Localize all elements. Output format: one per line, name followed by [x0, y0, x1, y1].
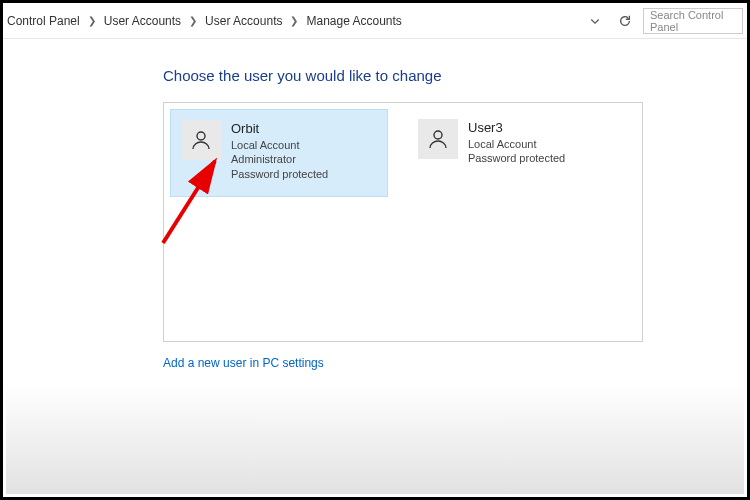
- account-type: Local Account: [231, 138, 328, 153]
- content-area: Choose the user you would like to change…: [3, 39, 747, 370]
- search-placeholder: Search Control Panel: [650, 9, 736, 33]
- account-role: Administrator: [231, 152, 328, 167]
- breadcrumb-item[interactable]: Manage Accounts: [306, 14, 401, 28]
- account-details: User3 Local Account Password protected: [468, 119, 565, 183]
- accounts-row: Orbit Local Account Administrator Passwo…: [170, 109, 636, 197]
- refresh-button[interactable]: [613, 9, 637, 33]
- add-new-user-link[interactable]: Add a new user in PC settings: [163, 356, 324, 370]
- address-toolbar: Control Panel ❯ User Accounts ❯ User Acc…: [3, 3, 747, 39]
- history-dropdown-button[interactable]: [583, 9, 607, 33]
- toolbar-controls: Search Control Panel: [583, 8, 747, 34]
- bottom-gradient: [6, 384, 744, 494]
- account-card-orbit[interactable]: Orbit Local Account Administrator Passwo…: [170, 109, 388, 197]
- breadcrumb[interactable]: Control Panel ❯ User Accounts ❯ User Acc…: [7, 14, 583, 28]
- breadcrumb-item[interactable]: User Accounts: [205, 14, 282, 28]
- breadcrumb-item[interactable]: Control Panel: [7, 14, 80, 28]
- account-protection: Password protected: [468, 151, 565, 166]
- user-avatar-icon: [418, 119, 458, 159]
- page-title: Choose the user you would like to change: [163, 67, 747, 84]
- accounts-list: Orbit Local Account Administrator Passwo…: [163, 102, 643, 342]
- user-avatar-icon: [181, 120, 221, 160]
- account-card-user3[interactable]: User3 Local Account Password protected: [408, 109, 626, 197]
- account-name: Orbit: [231, 120, 328, 138]
- account-protection: Password protected: [231, 167, 328, 182]
- breadcrumb-item[interactable]: User Accounts: [104, 14, 181, 28]
- account-type: Local Account: [468, 137, 565, 152]
- svg-point-1: [434, 131, 442, 139]
- account-name: User3: [468, 119, 565, 137]
- chevron-right-icon[interactable]: ❯: [80, 15, 104, 26]
- chevron-right-icon[interactable]: ❯: [181, 15, 205, 26]
- svg-point-0: [197, 132, 205, 140]
- chevron-right-icon[interactable]: ❯: [282, 15, 306, 26]
- search-input[interactable]: Search Control Panel: [643, 8, 743, 34]
- account-details: Orbit Local Account Administrator Passwo…: [231, 120, 328, 182]
